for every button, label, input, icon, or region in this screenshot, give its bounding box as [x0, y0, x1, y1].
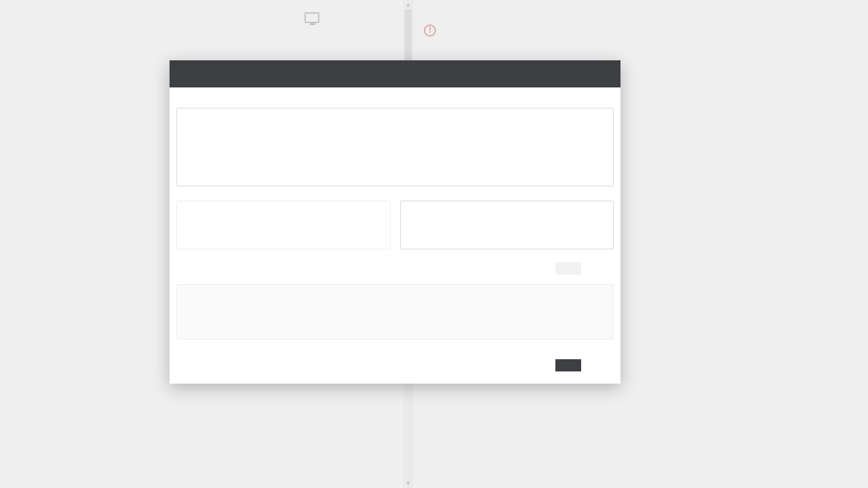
original-message-input[interactable]: [176, 108, 614, 186]
save-button[interactable]: [555, 359, 581, 371]
modal-title: [170, 60, 620, 87]
cancel-button[interactable]: [588, 359, 614, 371]
redact-cancel-button[interactable]: [588, 262, 614, 274]
redaction-rule-modal: [170, 60, 620, 384]
preview-output: [176, 284, 614, 340]
replace-input[interactable]: [176, 201, 391, 249]
redact-button[interactable]: [555, 262, 581, 274]
with-input[interactable]: [400, 201, 614, 249]
